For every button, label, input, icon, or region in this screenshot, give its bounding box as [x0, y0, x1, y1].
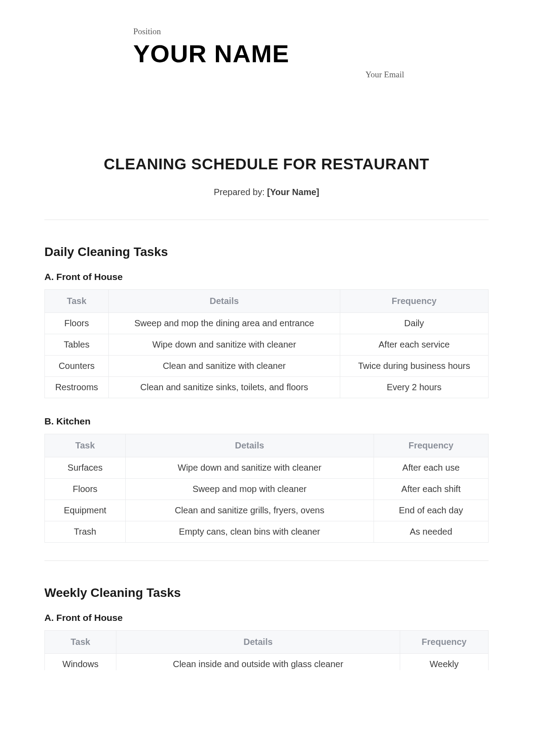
table-row: Equipment Clean and sanitize grills, fry…: [45, 500, 489, 521]
col-frequency: Frequency: [400, 631, 488, 654]
cell-details: Sweep and mop with cleaner: [126, 479, 374, 500]
cell-frequency: After each use: [374, 457, 488, 479]
email-label: Your Email: [133, 70, 489, 80]
cell-frequency: Weekly: [400, 654, 488, 671]
cell-task: Floors: [45, 479, 126, 500]
table-row: Tables Wipe down and sanitize with clean…: [45, 334, 489, 356]
subsection-heading-daily-kitchen: B. Kitchen: [44, 416, 489, 427]
cell-task: Counters: [45, 356, 109, 377]
cell-details: Clean and sanitize sinks, toilets, and f…: [108, 377, 340, 398]
table-row: Trash Empty cans, clean bins with cleane…: [45, 521, 489, 543]
table-row: Floors Sweep and mop with cleaner After …: [45, 479, 489, 500]
divider: [44, 220, 489, 220]
cell-details: Clean and sanitize grills, fryers, ovens: [126, 500, 374, 521]
prepared-by-label: Prepared by:: [214, 187, 267, 197]
table-header-row: Task Details Frequency: [45, 290, 489, 313]
position-label: Position: [133, 27, 489, 36]
prepared-by-value: [Your Name]: [267, 187, 319, 197]
cell-task: Restrooms: [45, 377, 109, 398]
cell-frequency: After each service: [340, 334, 488, 356]
table-row: Counters Clean and sanitize with cleaner…: [45, 356, 489, 377]
cell-task: Trash: [45, 521, 126, 543]
col-details: Details: [126, 434, 374, 457]
col-details: Details: [108, 290, 340, 313]
cell-task: Windows: [45, 654, 116, 671]
cell-frequency: Twice during business hours: [340, 356, 488, 377]
cell-frequency: Every 2 hours: [340, 377, 488, 398]
cell-frequency: End of each day: [374, 500, 488, 521]
name-title: YOUR NAME: [133, 39, 489, 68]
col-task: Task: [45, 434, 126, 457]
col-task: Task: [45, 631, 116, 654]
table-weekly-front: Task Details Frequency Windows Clean ins…: [44, 630, 489, 670]
cell-details: Sweep and mop the dining area and entran…: [108, 313, 340, 334]
table-row: Surfaces Wipe down and sanitize with cle…: [45, 457, 489, 479]
cell-task: Tables: [45, 334, 109, 356]
section-heading-daily: Daily Cleaning Tasks: [44, 245, 489, 259]
cell-details: Wipe down and sanitize with cleaner: [126, 457, 374, 479]
table-daily-kitchen: Task Details Frequency Surfaces Wipe dow…: [44, 434, 489, 543]
col-details: Details: [116, 631, 400, 654]
document-title: CLEANING SCHEDULE FOR RESTAURANT: [44, 155, 489, 173]
cell-frequency: After each shift: [374, 479, 488, 500]
cell-frequency: As needed: [374, 521, 488, 543]
col-task: Task: [45, 290, 109, 313]
cell-details: Clean inside and outside with glass clea…: [116, 654, 400, 671]
subsection-heading-daily-front: A. Front of House: [44, 272, 489, 282]
section-heading-weekly: Weekly Cleaning Tasks: [44, 586, 489, 600]
cell-task: Floors: [45, 313, 109, 334]
cell-task: Equipment: [45, 500, 126, 521]
prepared-by-line: Prepared by: [Your Name]: [44, 187, 489, 197]
table-daily-front: Task Details Frequency Floors Sweep and …: [44, 289, 489, 398]
subsection-heading-weekly-front: A. Front of House: [44, 612, 489, 623]
table-header-row: Task Details Frequency: [45, 434, 489, 457]
table-row: Floors Sweep and mop the dining area and…: [45, 313, 489, 334]
cell-details: Wipe down and sanitize with cleaner: [108, 334, 340, 356]
cell-details: Empty cans, clean bins with cleaner: [126, 521, 374, 543]
cell-details: Clean and sanitize with cleaner: [108, 356, 340, 377]
document-header: Position YOUR NAME Your Email: [133, 27, 489, 80]
cell-task: Surfaces: [45, 457, 126, 479]
table-row: Restrooms Clean and sanitize sinks, toil…: [45, 377, 489, 398]
divider: [44, 560, 489, 561]
col-frequency: Frequency: [374, 434, 488, 457]
table-row: Windows Clean inside and outside with gl…: [45, 654, 489, 671]
cell-frequency: Daily: [340, 313, 488, 334]
col-frequency: Frequency: [340, 290, 488, 313]
table-header-row: Task Details Frequency: [45, 631, 489, 654]
cutoff-region: Task Details Frequency Windows Clean ins…: [44, 630, 489, 670]
